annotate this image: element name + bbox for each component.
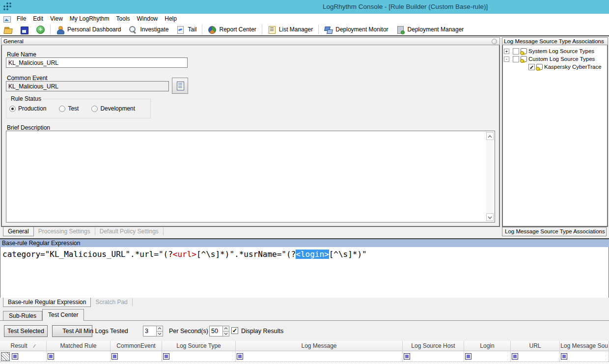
filter-icon[interactable]: [512, 353, 518, 360]
deployment-monitor-button[interactable]: Deployment Monitor: [320, 24, 392, 35]
results-table: ResultMatched RuleCommonEventLog Source …: [0, 341, 609, 364]
deployment-monitor-label: Deployment Monitor: [335, 26, 388, 33]
general-tab-general[interactable]: General: [3, 227, 34, 236]
tree-item-custom-log-source-types[interactable]: -Custom Log Source Types: [503, 55, 607, 63]
filter-icon[interactable]: [561, 353, 567, 360]
rule-status-legend: Rule Status: [9, 95, 43, 102]
filter-cell-log-source-host: [403, 351, 464, 362]
deployment-manager-label: Deployment Manager: [408, 26, 464, 33]
spin-down-icon[interactable]: [222, 332, 229, 337]
general-tab-processing-settings: Processing Settings: [34, 227, 95, 235]
tail-button[interactable]: Tail: [172, 24, 200, 35]
test-selected-button[interactable]: Test Selected: [4, 325, 48, 337]
general-panel-header: General: [1, 37, 500, 45]
radio-label-test: Test: [68, 105, 79, 112]
radio-test-icon[interactable]: [59, 106, 65, 112]
filter-icon[interactable]: [237, 353, 243, 360]
column-header-log-message-sou[interactable]: Log Message Sou: [560, 341, 609, 351]
bottom-tabs: Sub-RulesTest Center: [3, 309, 84, 321]
personal-dashboard-icon: [56, 26, 64, 34]
tree-item-system-log-source-types[interactable]: +System Log Source Types: [503, 47, 607, 55]
menu-window[interactable]: Window: [134, 14, 162, 24]
scroll-down-button[interactable]: [486, 213, 494, 221]
filter-icon[interactable]: [48, 353, 54, 360]
list-manager-icon: [268, 26, 276, 34]
column-header-url[interactable]: URL: [511, 341, 560, 351]
filter-icon[interactable]: [404, 353, 410, 360]
display-results-checkbox[interactable]: ✓: [231, 327, 238, 334]
regex-segment-normal: [^\s]*)": [329, 250, 367, 259]
column-header-log-source-host[interactable]: Log Source Host: [403, 341, 464, 351]
filter-icon[interactable]: [465, 353, 471, 360]
personal-dashboard-button[interactable]: Personal Dashboard: [52, 24, 125, 35]
scroll-track[interactable]: [486, 140, 494, 213]
list-manager-button[interactable]: List Manager: [264, 24, 317, 35]
filter-cell-result: [0, 351, 47, 362]
radio-development-icon[interactable]: [91, 106, 98, 112]
general-panel: Rule Name Common Event Rule Status Produ…: [1, 45, 500, 227]
tree-label: Kaspersky CyberTrace: [544, 64, 602, 70]
min-logs-spinner: [143, 326, 163, 336]
brief-description-textarea[interactable]: [6, 131, 495, 223]
filter-icon[interactable]: [12, 353, 18, 360]
filter-icon[interactable]: [111, 353, 118, 360]
toolbar-separator: [318, 25, 319, 34]
menu-my-logrhythm[interactable]: My LogRhythm: [66, 14, 113, 24]
spin-up-icon[interactable]: [156, 326, 163, 332]
tab-sub-rules[interactable]: Sub-Rules: [3, 311, 42, 321]
spin-up-icon[interactable]: [222, 326, 229, 332]
investigate-button[interactable]: Investigate: [125, 24, 172, 35]
window-title: LogRhythm Console - [Rule Builder (Custo…: [323, 3, 488, 10]
tree-checkbox[interactable]: [513, 48, 519, 55]
report-center-button[interactable]: Report Center: [204, 24, 260, 35]
open-folder-button[interactable]: [0, 24, 16, 35]
menu-edit[interactable]: Edit: [29, 14, 47, 24]
associations-footer-tab[interactable]: Log Message Source Type Associations: [502, 227, 607, 236]
filter-cell-log-message: [236, 351, 403, 362]
radio-option-test[interactable]: Test: [59, 105, 79, 112]
column-header-commonevent[interactable]: CommonEvent: [111, 341, 162, 351]
rule-name-input[interactable]: [6, 57, 188, 68]
common-event-input[interactable]: [6, 81, 169, 91]
deployment-manager-button[interactable]: Deployment Manager: [392, 24, 468, 35]
common-event-label: Common Event: [7, 75, 48, 82]
column-header-login[interactable]: Login: [464, 341, 511, 351]
expand-icon[interactable]: +: [504, 49, 509, 54]
column-header-log-source-type[interactable]: Log Source Type: [162, 341, 236, 351]
save-button[interactable]: [16, 24, 32, 35]
new-item-button[interactable]: [32, 24, 49, 35]
regex-tab-base-rule-regular-expression[interactable]: Base-rule Regular Expression: [3, 298, 91, 307]
radio-production-icon[interactable]: [9, 106, 16, 112]
column-header-log-message[interactable]: Log Message: [236, 341, 403, 351]
tree-checkbox[interactable]: [513, 56, 519, 62]
menu-view[interactable]: View: [47, 14, 66, 24]
tab-test-center[interactable]: Test Center: [42, 309, 84, 321]
menu-tools[interactable]: Tools: [113, 14, 134, 24]
clear-filter-icon[interactable]: [1, 352, 10, 361]
sort-indicator: [32, 344, 36, 348]
column-header-matched-rule[interactable]: Matched Rule: [47, 341, 111, 351]
scroll-up-button[interactable]: [486, 132, 494, 140]
tree-checkbox[interactable]: ✓: [528, 64, 535, 70]
filter-cell-url: [511, 351, 560, 362]
collapse-icon[interactable]: -: [504, 56, 509, 62]
per-second-input[interactable]: [209, 326, 222, 336]
radio-option-development[interactable]: Development: [91, 105, 135, 112]
tree-item-kaspersky-cybertrace[interactable]: ✓Kaspersky CyberTrace: [503, 63, 607, 71]
column-header-result[interactable]: Result: [0, 341, 47, 351]
regex-segment-normal: category="KL_Malicious_URL".*url="(?: [2, 250, 173, 259]
toolbar-separator: [202, 25, 202, 34]
pin-icon[interactable]: [492, 39, 497, 44]
toolbar-separator: [262, 25, 262, 34]
regex-editor[interactable]: category="KL_Malicious_URL".*url="(?<url…: [0, 247, 609, 298]
radio-label-development: Development: [100, 105, 135, 112]
spin-down-icon[interactable]: [156, 332, 163, 337]
menu-file[interactable]: File: [13, 14, 29, 24]
radio-option-production[interactable]: Production: [9, 105, 46, 112]
associations-panel-header: Log Message Source Type Associations: [502, 37, 608, 45]
common-event-browse-button[interactable]: [172, 78, 188, 94]
description-scrollbar[interactable]: [486, 132, 494, 222]
filter-icon[interactable]: [163, 353, 169, 360]
min-logs-input[interactable]: [143, 326, 156, 336]
menu-help[interactable]: Help: [161, 14, 180, 24]
